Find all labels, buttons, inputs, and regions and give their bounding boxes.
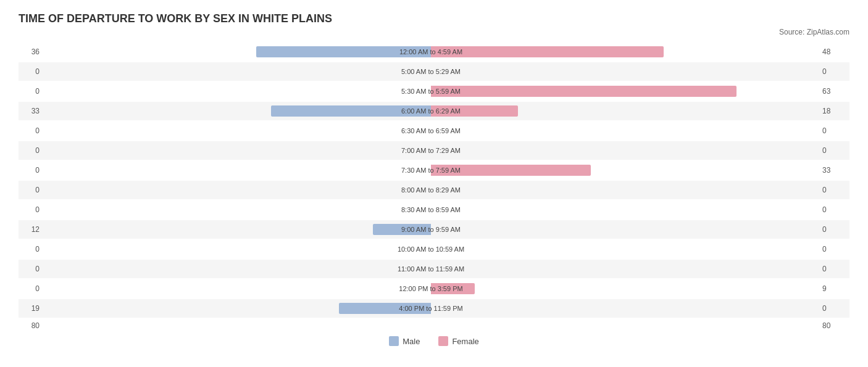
bars-container: 12:00 AM to 4:59 AM: [43, 43, 819, 61]
legend: Male Female: [19, 336, 849, 346]
chart-row: 07:30 AM to 7:59 AM33: [19, 161, 849, 179]
chart-row: 012:00 PM to 3:59 PM9: [19, 279, 849, 298]
legend-male-label: Male: [403, 337, 420, 346]
time-label: 6:30 AM to 6:59 AM: [401, 127, 461, 134]
male-value: 33: [19, 107, 43, 115]
male-value: 0: [19, 186, 43, 194]
legend-female-box: [438, 336, 448, 346]
chart-row: 336:00 AM to 6:29 AM18: [19, 102, 849, 120]
female-value: 48: [819, 47, 849, 56]
male-value: 0: [19, 146, 43, 155]
legend-male: Male: [389, 336, 420, 346]
male-bar: [339, 303, 431, 314]
legend-male-box: [389, 336, 399, 346]
chart-row: 010:00 AM to 10:59 AM0: [19, 240, 849, 258]
bars-container: 11:00 AM to 11:59 AM: [43, 260, 819, 278]
female-value: 0: [819, 126, 849, 135]
female-value: 0: [819, 225, 849, 234]
time-label: 5:00 AM to 5:29 AM: [401, 68, 461, 75]
female-value: 0: [819, 146, 849, 155]
female-value: 63: [819, 87, 849, 96]
male-bar: [373, 224, 431, 235]
chart-row: 08:00 AM to 8:29 AM0: [19, 181, 849, 199]
female-bar: [431, 86, 737, 97]
source-label: Source: ZipAtlas.com: [19, 28, 849, 36]
chart-title: TIME OF DEPARTURE TO WORK BY SEX IN WHIT…: [19, 12, 849, 25]
chart-row: 194:00 PM to 11:59 PM0: [19, 299, 849, 318]
bars-container: 8:30 AM to 8:59 AM: [43, 200, 819, 219]
time-label: 11:00 AM to 11:59 AM: [398, 265, 464, 273]
axis-left-label: 80: [19, 321, 43, 330]
male-value: 36: [19, 47, 43, 56]
female-bar: [431, 283, 475, 294]
time-label: 8:00 AM to 8:29 AM: [401, 186, 461, 194]
male-value: 0: [19, 87, 43, 96]
chart-row: 011:00 AM to 11:59 AM0: [19, 260, 849, 278]
bars-container: 7:30 AM to 7:59 AM: [43, 161, 819, 179]
axis-right-label: 80: [819, 321, 849, 330]
legend-female-label: Female: [452, 337, 478, 346]
chart-area: 3612:00 AM to 4:59 AM4805:00 AM to 5:29 …: [19, 43, 849, 318]
male-value: 0: [19, 284, 43, 293]
chart-row: 06:30 AM to 6:59 AM0: [19, 122, 849, 140]
female-value: 33: [819, 166, 849, 175]
male-value: 0: [19, 265, 43, 273]
chart-row: 05:30 AM to 5:59 AM63: [19, 82, 849, 101]
female-bar: [431, 165, 591, 176]
female-bar: [431, 105, 518, 117]
bars-container: 12:00 PM to 3:59 PM: [43, 279, 819, 298]
time-label: 8:30 AM to 8:59 AM: [401, 206, 461, 213]
bars-container: 5:00 AM to 5:29 AM: [43, 62, 819, 81]
female-value: 0: [819, 304, 849, 313]
bars-container: 6:30 AM to 6:59 AM: [43, 122, 819, 140]
female-value: 18: [819, 107, 849, 115]
chart-row: 05:00 AM to 5:29 AM0: [19, 62, 849, 81]
bars-container: 10:00 AM to 10:59 AM: [43, 240, 819, 258]
female-value: 0: [819, 205, 849, 214]
female-value: 0: [819, 245, 849, 254]
female-bar: [431, 46, 664, 57]
legend-female: Female: [438, 336, 478, 346]
male-value: 0: [19, 245, 43, 254]
male-bar: [271, 105, 431, 117]
male-bar: [256, 46, 431, 57]
male-value: 0: [19, 67, 43, 76]
bars-container: 9:00 AM to 9:59 AM: [43, 220, 819, 239]
male-value: 0: [19, 126, 43, 135]
male-value: 0: [19, 166, 43, 175]
female-value: 0: [819, 186, 849, 194]
chart-row: 07:00 AM to 7:29 AM0: [19, 141, 849, 160]
time-label: 7:00 AM to 7:29 AM: [401, 147, 461, 154]
bars-container: 5:30 AM to 5:59 AM: [43, 82, 819, 101]
axis-row: 80 80: [19, 321, 849, 330]
bars-container: 8:00 AM to 8:29 AM: [43, 181, 819, 199]
female-value: 9: [819, 284, 849, 293]
time-label: 10:00 AM to 10:59 AM: [398, 245, 464, 253]
female-value: 0: [819, 67, 849, 76]
chart-row: 129:00 AM to 9:59 AM0: [19, 220, 849, 239]
bars-container: 4:00 PM to 11:59 PM: [43, 299, 819, 318]
bars-container: 7:00 AM to 7:29 AM: [43, 141, 819, 160]
male-value: 19: [19, 304, 43, 313]
bars-container: 6:00 AM to 6:29 AM: [43, 102, 819, 120]
chart-row: 08:30 AM to 8:59 AM0: [19, 200, 849, 219]
female-value: 0: [819, 265, 849, 273]
chart-row: 3612:00 AM to 4:59 AM48: [19, 43, 849, 61]
male-value: 12: [19, 225, 43, 234]
male-value: 0: [19, 205, 43, 214]
